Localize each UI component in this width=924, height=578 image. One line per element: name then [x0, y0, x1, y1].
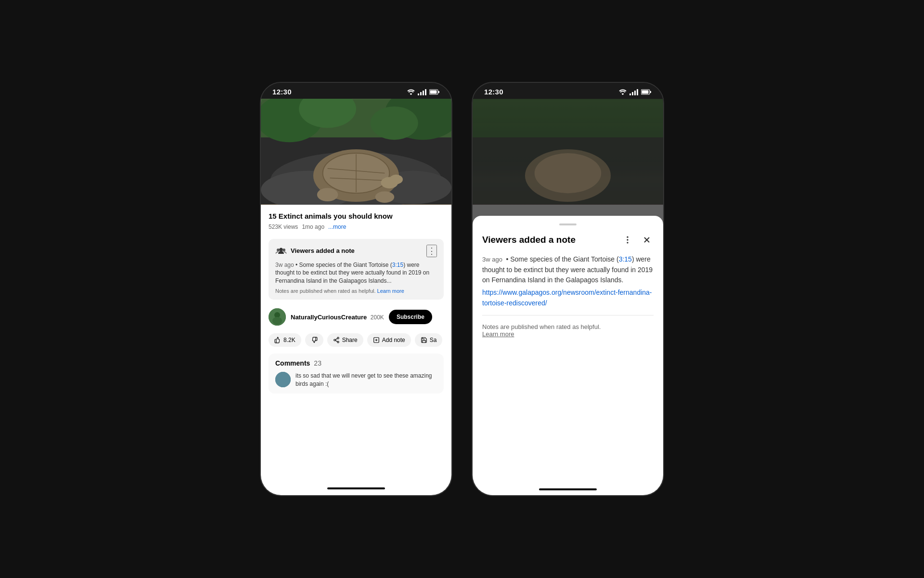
svg-point-21 [277, 249, 280, 251]
three-dots-icon [623, 235, 632, 245]
bottom-nav-indicator-left [327, 487, 385, 489]
battery-icon-right [641, 89, 652, 95]
view-count: 523K views [269, 223, 298, 230]
status-bar-right: 12:30 [473, 83, 663, 99]
status-icons-right [619, 89, 652, 95]
add-note-icon [373, 337, 380, 343]
close-icon [642, 235, 652, 245]
wifi-icon-right [619, 89, 627, 95]
svg-rect-1 [430, 90, 437, 93]
video-title: 15 Extinct animals you should know [269, 211, 444, 221]
svg-point-18 [389, 175, 403, 184]
note-helpful: Notes are published when rated as helpfu… [275, 288, 437, 294]
modal-helpful: Notes are published when rated as helpfu… [482, 323, 654, 338]
channel-avatar[interactable] [269, 308, 286, 326]
battery-icon-left [429, 89, 440, 95]
viewers-note-icon [275, 245, 287, 257]
svg-point-45 [627, 242, 628, 243]
status-time-right: 12:30 [484, 88, 503, 96]
status-time-left: 12:30 [272, 88, 292, 96]
video-bg-svg [261, 99, 451, 205]
svg-point-42 [535, 153, 602, 193]
like-count: 8.2K [283, 337, 295, 343]
signal-icon-right [629, 89, 638, 95]
modal-sheet: Viewers added a note 3w ago • S [473, 216, 663, 495]
svg-rect-38 [650, 91, 652, 93]
modal-timestamp-link[interactable]: 3:15 [619, 255, 632, 263]
svg-point-11 [371, 106, 418, 140]
note-title: Viewers added a note [291, 247, 355, 254]
status-bar-left: 12:30 [261, 83, 451, 99]
svg-point-29 [337, 341, 339, 343]
right-phone: 12:30 [472, 82, 664, 496]
svg-rect-2 [438, 91, 440, 93]
thumbs-down-icon [311, 337, 318, 343]
note-body-text: • Some species of the Giant Tortoise (3:… [275, 262, 429, 285]
left-phone-content: 15 Extinct animals you should know 523K … [261, 99, 451, 495]
dislike-button[interactable] [305, 333, 323, 347]
add-note-button[interactable]: Add note [367, 333, 411, 347]
note-card: Viewers added a note ⋮ 3w ago • Some spe… [269, 239, 444, 300]
modal-header-icons [621, 233, 654, 247]
comments-title: Comments [275, 359, 310, 367]
save-label: Sa [430, 337, 437, 343]
svg-line-30 [335, 341, 337, 342]
share-icon [333, 337, 340, 343]
comment-text: its so sad that we will never get to see… [295, 372, 437, 388]
svg-point-22 [280, 248, 283, 251]
svg-point-20 [375, 191, 395, 203]
more-link[interactable]: ...more [328, 223, 346, 230]
learn-more-link[interactable]: Learn more [377, 288, 404, 294]
channel-info: NaturallyCuriousCreature 200K [291, 313, 384, 321]
save-icon [421, 337, 427, 343]
note-timestamp: 3w ago [275, 262, 294, 268]
modal-handle [559, 223, 577, 225]
thumbs-up-icon [274, 337, 281, 343]
svg-point-26 [272, 317, 282, 325]
modal-timestamp: 3w ago [482, 256, 504, 263]
modal-url-link[interactable]: https://www.galapagos.org/newsroom/extin… [482, 288, 654, 308]
modal-title: Viewers added a note [482, 235, 621, 245]
modal-header: Viewers added a note [482, 233, 654, 247]
status-icons-left [407, 89, 440, 95]
share-button[interactable]: Share [327, 333, 363, 347]
channel-row: NaturallyCuriousCreature 200K Subscribe [261, 303, 451, 330]
channel-name[interactable]: NaturallyCuriousCreature 200K [291, 314, 384, 321]
note-body: 3w ago • Some species of the Giant Torto… [275, 261, 437, 285]
comment-avatar [275, 372, 291, 387]
svg-point-23 [282, 249, 285, 251]
modal-menu-button[interactable] [621, 233, 634, 247]
share-label: Share [342, 337, 358, 343]
like-button[interactable]: 8.2K [269, 333, 301, 347]
svg-point-27 [337, 337, 339, 339]
video-info: 15 Extinct animals you should know 523K … [261, 205, 451, 235]
note-header-left: Viewers added a note [275, 245, 355, 257]
action-row: 8.2K Share Add note [261, 330, 451, 352]
video-thumbnail-left[interactable] [261, 99, 451, 205]
wifi-icon [407, 89, 415, 95]
modal-note-text: • Some species of the Giant Tortoise (3:… [482, 255, 653, 284]
svg-rect-37 [642, 90, 649, 93]
note-menu-button[interactable]: ⋮ [426, 245, 437, 257]
bottom-nav-indicator-right [539, 488, 597, 490]
upload-time: 1mo ago [302, 223, 324, 230]
svg-point-35 [275, 372, 291, 387]
note-header: Viewers added a note ⋮ [275, 245, 437, 257]
add-note-label: Add note [382, 337, 405, 343]
left-phone: 12:30 [260, 82, 452, 496]
modal-learn-more-link[interactable]: Learn more [482, 330, 514, 338]
save-button[interactable]: Sa [415, 333, 443, 347]
modal-body: 3w ago • Some species of the Giant Torto… [482, 254, 654, 308]
comment-item: its so sad that we will never get to see… [275, 372, 437, 388]
channel-subs: 200K [371, 314, 384, 321]
modal-close-button[interactable] [640, 233, 654, 247]
svg-point-44 [627, 239, 628, 240]
comments-count: 23 [314, 359, 321, 367]
subscribe-button[interactable]: Subscribe [389, 310, 432, 324]
svg-point-43 [627, 236, 628, 238]
signal-icon-left [418, 89, 426, 95]
comments-header: Comments 23 [275, 359, 437, 367]
svg-point-19 [317, 188, 338, 201]
svg-point-28 [334, 339, 335, 341]
note-timestamp-link[interactable]: 3:15 [392, 262, 403, 268]
